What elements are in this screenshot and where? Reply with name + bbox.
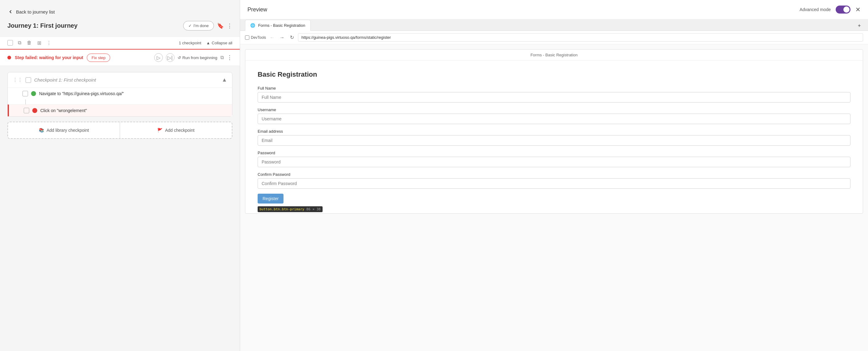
play-button[interactable]: ▷ <box>154 53 163 62</box>
preview-actions: Advanced mode ✕ <box>800 5 861 13</box>
checkpoint-card: ⋮⋮ Checkpoint 1: First checkpoint ▲ Navi… <box>7 72 232 117</box>
error-bar: Step failed: waiting for your input Fix … <box>0 49 240 66</box>
journey-actions: ✓ I'm done 🔖 ⋮ <box>183 21 232 30</box>
step-connector <box>25 99 26 105</box>
library-icon[interactable]: ⊞ <box>36 39 42 46</box>
collapse-checkpoint-icon[interactable]: ▲ <box>222 77 227 83</box>
toolbar-left: ⧉ 🗑 ⊞ ⋮ <box>7 39 176 46</box>
delete-icon[interactable]: 🗑 <box>26 39 33 46</box>
split-view-icon[interactable]: ⧉ <box>220 55 224 60</box>
checkpoint-header: ⋮⋮ Checkpoint 1: First checkpoint ▲ <box>8 72 232 87</box>
refresh-icon: ↺ <box>178 55 181 60</box>
toolbar: ⧉ 🗑 ⊞ ⋮ 1 checkpoint ▲ Collapse all <box>0 37 240 49</box>
flag-add-icon: 🚩 <box>157 128 162 133</box>
preview-title: Preview <box>247 6 267 13</box>
username-group: Username <box>258 108 850 124</box>
advanced-mode-label: Advanced mode <box>800 7 831 12</box>
confirm-password-input[interactable] <box>258 178 850 189</box>
browser-toolbar: DevTools ← → ↻ <box>240 31 868 44</box>
tooltip-selector: button.btn.btn-primary <box>259 207 304 211</box>
journey-header: Journey 1: First journey ✓ I'm done 🔖 ⋮ <box>0 21 240 37</box>
devtools-checkbox[interactable] <box>245 35 249 40</box>
copy-icon[interactable]: ⧉ <box>16 39 23 46</box>
step-click-text: Click on "wrongelement" <box>40 108 87 113</box>
bookmark-icon[interactable]: 🔖 <box>217 23 224 29</box>
full-name-group: Full Name <box>258 86 850 103</box>
password-group: Password <box>258 151 850 167</box>
tooltip-size: 86 × 38 <box>306 207 320 211</box>
password-input[interactable] <box>258 157 850 167</box>
run-from-beginning-button[interactable]: ↺ Run from beginning <box>178 55 217 60</box>
checkmark-icon: ✓ <box>188 23 192 28</box>
refresh-button[interactable]: ↻ <box>288 34 296 41</box>
step-navigate: Navigate to "https://guinea-pigs.virtuos… <box>8 87 232 99</box>
add-library-checkpoint-button[interactable]: 📚 Add library checkpoint <box>8 122 120 138</box>
element-tooltip: button.btn.btn-primary 86 × 38 <box>258 206 322 212</box>
journey-title: Journey 1: First journey <box>7 22 78 29</box>
back-to-journey-list-button[interactable]: Back to journey list <box>0 0 240 21</box>
skip-button[interactable]: ▷| <box>166 53 175 62</box>
advanced-mode-toggle[interactable] <box>836 5 850 13</box>
email-label: Email address <box>258 129 850 134</box>
password-label: Password <box>258 151 850 155</box>
browser-tab-forms[interactable]: 🌐 Forms - Basic Registration <box>245 20 311 31</box>
register-button[interactable]: Register <box>258 194 283 204</box>
email-group: Email address <box>258 129 850 146</box>
step-success-icon <box>31 91 36 96</box>
step-more-icon[interactable]: ⋮ <box>227 54 232 61</box>
confirm-password-label: Confirm Password <box>258 172 850 177</box>
close-preview-button[interactable]: ✕ <box>856 6 861 12</box>
username-input[interactable] <box>258 114 850 124</box>
full-name-label: Full Name <box>258 86 850 90</box>
checkpoint-checkbox[interactable] <box>26 77 31 83</box>
fix-step-button[interactable]: Fix step <box>87 54 110 62</box>
step-click: Click on "wrongelement" <box>8 105 232 116</box>
form-title: Basic Registration <box>258 70 850 79</box>
error-indicator <box>7 56 11 59</box>
cursor-tool-icon[interactable]: ✦ <box>856 21 863 30</box>
forward-nav-button[interactable]: → <box>278 34 286 41</box>
im-done-button[interactable]: ✓ I'm done <box>183 21 214 30</box>
library-add-icon: 📚 <box>39 128 44 133</box>
preview-frame: Forms - Basic Registration Basic Registr… <box>245 49 863 214</box>
url-bar[interactable] <box>298 33 863 41</box>
chevron-up-icon: ▲ <box>206 41 210 45</box>
error-actions: ▷ ▷| ↺ Run from beginning ⧉ ⋮ <box>154 53 232 62</box>
add-checkpoint-row: 📚 Add library checkpoint 🚩 Add checkpoin… <box>7 122 232 139</box>
step-navigate-text: Navigate to "https://guinea-pigs.virtuos… <box>39 91 124 96</box>
confirm-password-group: Confirm Password <box>258 172 850 189</box>
arrow-left-icon <box>7 9 13 15</box>
more-options-icon[interactable]: ⋮ <box>227 23 232 29</box>
step-click-checkbox[interactable] <box>24 108 29 113</box>
right-panel: Preview Advanced mode ✕ 🌐 Forms - Basic … <box>240 0 868 351</box>
collapse-all-button[interactable]: ▲ Collapse all <box>206 41 232 45</box>
devtools-checkbox-label[interactable]: DevTools <box>245 35 266 40</box>
register-button-wrapper: Register button.btn.btn-primary 86 × 38 <box>258 194 283 204</box>
checkpoint-title: Checkpoint 1: First checkpoint <box>34 77 219 83</box>
tab-icon: 🌐 <box>250 23 255 28</box>
error-text: Step failed: waiting for your input <box>15 55 83 60</box>
select-all-checkbox[interactable] <box>7 40 13 46</box>
email-input[interactable] <box>258 135 850 146</box>
form-container: Basic Registration Full Name Username Em… <box>245 61 863 213</box>
main-content: ⋮⋮ Checkpoint 1: First checkpoint ▲ Navi… <box>0 66 240 351</box>
drag-handle-icon[interactable]: ⋮⋮ <box>12 77 23 83</box>
frame-title: Forms - Basic Registration <box>245 50 863 61</box>
username-label: Username <box>258 108 850 112</box>
toolbar-more-icon[interactable]: ⋮ <box>45 39 52 46</box>
back-nav-button[interactable]: ← <box>269 34 276 41</box>
preview-header: Preview Advanced mode ✕ <box>240 0 868 20</box>
toolbar-right: 1 checkpoint ▲ Collapse all <box>179 41 232 45</box>
checkpoint-count: 1 checkpoint <box>179 41 201 45</box>
left-panel: Back to journey list Journey 1: First jo… <box>0 0 240 351</box>
step-error-icon <box>32 108 37 113</box>
browser-content: Forms - Basic Registration Basic Registr… <box>240 44 868 351</box>
add-checkpoint-button[interactable]: 🚩 Add checkpoint <box>120 122 232 138</box>
step-navigate-checkbox[interactable] <box>23 91 28 96</box>
full-name-input[interactable] <box>258 92 850 103</box>
browser-tabs: 🌐 Forms - Basic Registration ✦ <box>240 20 868 31</box>
